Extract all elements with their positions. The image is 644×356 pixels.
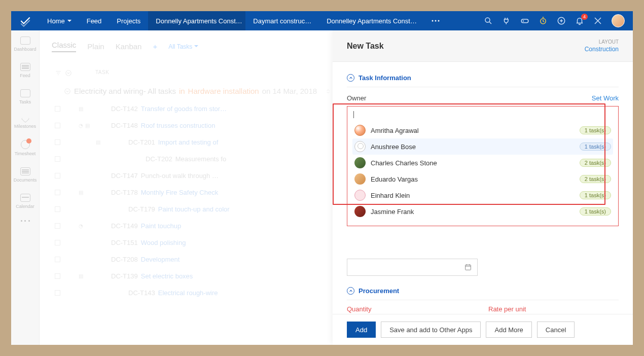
task-checkbox[interactable]	[55, 240, 60, 245]
avatar-icon	[354, 190, 366, 201]
app-logo[interactable]	[11, 14, 40, 27]
sidebar-item-milestones[interactable]: Milestones	[11, 116, 39, 129]
task-id: DC-T151	[111, 239, 138, 246]
avatar-icon	[354, 125, 366, 136]
view-tab-plain[interactable]: Plain	[87, 42, 104, 51]
search-icon[interactable]	[484, 16, 493, 25]
task-name[interactable]: Import and testing of	[158, 138, 219, 146]
layout-value[interactable]: Construction	[585, 46, 619, 53]
owner-option[interactable]: Eduardo Vargas2 task(s)	[352, 171, 613, 187]
plug-icon[interactable]	[502, 16, 511, 25]
top-navbar: Home Feed Projects Donnelly Apartments C…	[11, 11, 633, 30]
section-task-information[interactable]: Task Information	[347, 74, 619, 87]
task-count-pill: 1 task(s)	[580, 191, 611, 199]
add-icon[interactable]	[557, 16, 566, 25]
nav-project-tab-1[interactable]: Donnelly Apartments Const…	[148, 11, 245, 30]
sidebar-item-tasks[interactable]: Tasks	[11, 89, 39, 104]
sidebar-item-timesheet[interactable]: Timesheet	[11, 140, 39, 156]
owner-name: Einhard Klein	[371, 192, 580, 199]
owner-option[interactable]: Anushree Bose1 task(s)	[352, 138, 613, 155]
set-work-link[interactable]: Set Work	[592, 94, 619, 102]
task-name[interactable]: Wood polishing	[141, 239, 186, 246]
owner-option[interactable]: Einhard Klein1 task(s)	[352, 187, 613, 203]
owner-label: Owner	[347, 94, 366, 102]
task-name[interactable]: Development	[141, 256, 180, 263]
owner-dropdown[interactable]: Amritha Agrawal1 task(s)Anushree Bose1 t…	[347, 106, 619, 226]
left-sidebar: Dashboard Feed Tasks Milestones Timeshee…	[11, 30, 40, 345]
task-checkbox[interactable]	[55, 190, 60, 195]
gamepad-icon[interactable]	[520, 16, 529, 25]
filter-icon[interactable]	[55, 69, 62, 77]
sidebar-more[interactable]	[11, 220, 39, 222]
avatar-icon	[354, 206, 366, 217]
bell-icon[interactable]: 4	[575, 16, 584, 25]
add-button[interactable]: Add	[347, 322, 376, 338]
save-other-apps-button[interactable]: Save and add to Other Apps	[381, 322, 481, 338]
task-count-pill: 1 task(s)	[580, 143, 611, 151]
section-procurement[interactable]: Procurement	[347, 287, 619, 300]
all-tasks-filter[interactable]: All Tasks	[168, 43, 198, 50]
owner-name: Jasmine Frank	[371, 208, 580, 216]
task-checkbox[interactable]	[55, 139, 60, 145]
task-name[interactable]: Electrical rough-wire	[158, 289, 218, 297]
view-tab-classic[interactable]: Classic	[52, 41, 76, 52]
nav-home-label: Home	[47, 17, 65, 25]
task-id: DC-T201	[128, 138, 155, 146]
owner-option[interactable]: Jasmine Frank1 task(s)	[352, 203, 613, 220]
svg-point-8	[65, 88, 70, 94]
task-id: DC-T139	[111, 272, 138, 280]
sidebar-item-calendar[interactable]: Calendar	[11, 194, 39, 209]
task-checkbox[interactable]	[55, 223, 60, 229]
nav-project-tab-2[interactable]: Daymart construc…	[245, 11, 319, 30]
notifications-badge: 4	[581, 14, 588, 20]
owner-option[interactable]: Amritha Agrawal1 task(s)	[352, 122, 613, 138]
nav-project-tab-3[interactable]: Donnelley Apartments Const…	[319, 11, 424, 30]
add-more-button[interactable]: Add More	[486, 322, 531, 338]
sidebar-item-dashboard[interactable]: Dashboard	[11, 37, 39, 52]
task-checkbox[interactable]	[55, 257, 60, 262]
task-name[interactable]: Punch-out walk through …	[141, 172, 219, 180]
nav-home[interactable]: Home	[40, 11, 79, 30]
task-count-pill: 1 task(s)	[580, 126, 611, 134]
svg-point-0	[432, 20, 433, 22]
owner-name: Amritha Agrawal	[371, 127, 580, 134]
date-input[interactable]	[347, 259, 478, 276]
task-name[interactable]: Paint touch-up and color	[158, 205, 230, 213]
collapse-icon[interactable]	[65, 69, 72, 77]
timer-icon[interactable]	[539, 16, 548, 25]
task-name[interactable]: Monthly Fire Safety Check	[141, 189, 218, 196]
task-name[interactable]: Set electric boxes	[141, 272, 193, 280]
sidebar-item-documents[interactable]: Documents	[11, 167, 39, 183]
task-name[interactable]: Paint touchup	[141, 222, 182, 230]
task-id: DC-T202	[146, 155, 172, 163]
owner-name: Anushree Bose	[371, 143, 580, 151]
svg-rect-4	[521, 19, 528, 23]
task-checkbox[interactable]	[55, 106, 60, 112]
task-checkbox[interactable]	[55, 206, 60, 212]
task-checkbox[interactable]	[55, 156, 60, 162]
cancel-button[interactable]: Cancel	[537, 322, 575, 338]
add-view-icon[interactable]: +	[153, 42, 157, 51]
task-name[interactable]: Transfer of goods from stor…	[141, 105, 227, 113]
task-checkbox[interactable]	[55, 173, 60, 179]
nav-projects[interactable]: Projects	[109, 11, 148, 30]
nav-feed[interactable]: Feed	[79, 11, 110, 30]
sidebar-item-feed[interactable]: Feed	[11, 63, 39, 78]
new-task-panel: New Task LAYOUT Construction Task Inform…	[333, 30, 633, 345]
task-name[interactable]: Roof trusses construction	[141, 122, 216, 129]
owner-name: Charles Charles Stone	[371, 159, 580, 167]
user-avatar[interactable]	[612, 14, 625, 27]
task-name[interactable]: Measurements fo	[175, 155, 226, 163]
view-tab-kanban[interactable]: Kanban	[116, 42, 142, 51]
task-id: DC-T208	[111, 256, 138, 263]
svg-point-1	[435, 20, 436, 22]
task-checkbox[interactable]	[55, 290, 60, 296]
svg-rect-9	[466, 265, 471, 270]
owner-option[interactable]: Charles Charles Stone2 task(s)	[352, 155, 613, 171]
tools-icon[interactable]	[593, 16, 602, 25]
avatar-icon	[354, 157, 366, 168]
nav-more-tabs[interactable]	[424, 11, 447, 30]
avatar-icon	[354, 141, 366, 152]
task-checkbox[interactable]	[55, 123, 60, 128]
task-checkbox[interactable]	[55, 273, 60, 279]
